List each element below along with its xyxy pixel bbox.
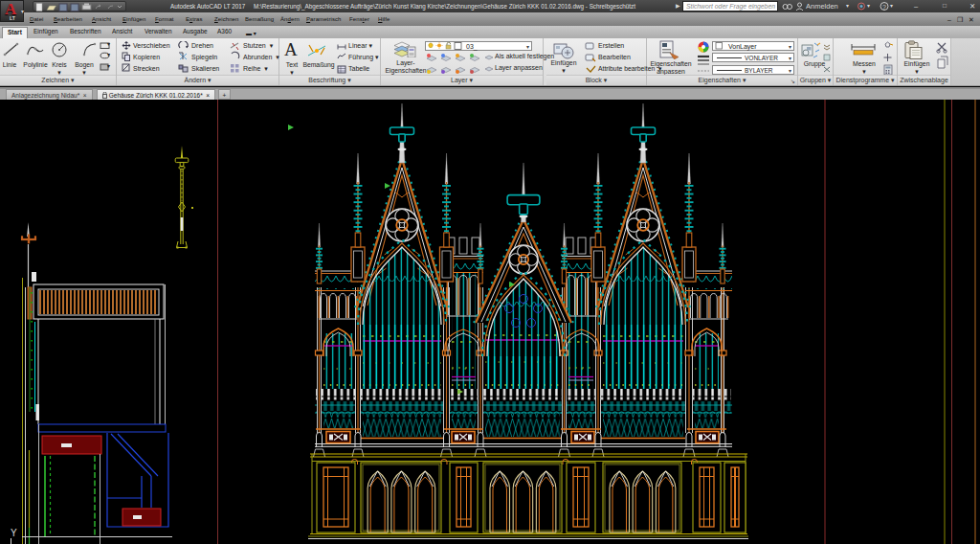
svg-text:?: ? [882, 4, 886, 11]
svg-text:Y: Y [11, 528, 17, 538]
